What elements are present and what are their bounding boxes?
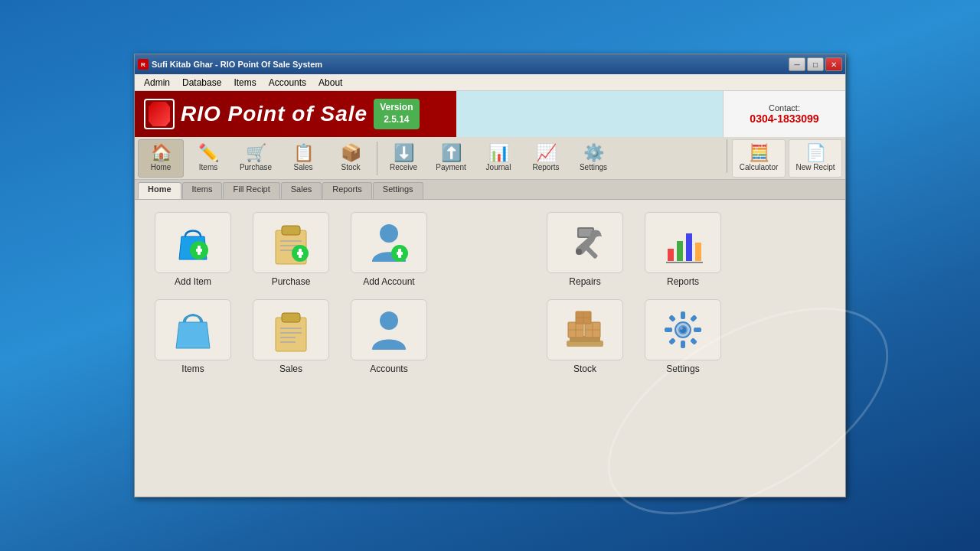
stock-cell[interactable]: Stock	[539, 296, 631, 377]
svg-rect-2	[198, 246, 201, 255]
add-account-cell[interactable]: Add Account	[343, 209, 435, 290]
svg-rect-25	[282, 313, 300, 322]
accounts-label: Accounts	[370, 364, 407, 374]
title-bar-text: R Sufi Kitab Ghar - RIO Point Of Sale Sy…	[138, 59, 322, 70]
icon-row-1: Add Item	[147, 209, 833, 290]
reports-icon: 📈	[536, 145, 557, 161]
window-controls: ─ □ ✕	[789, 57, 842, 71]
tab-settings[interactable]: Settings	[373, 182, 423, 199]
add-item-icon	[170, 220, 216, 266]
tab-sales[interactable]: Sales	[281, 182, 322, 199]
title-bar: R Sufi Kitab Ghar - RIO Point Of Sale Sy…	[135, 54, 845, 74]
accounts-icon-box	[351, 299, 427, 360]
menu-about[interactable]: About	[312, 76, 348, 90]
accounts-cell[interactable]: Accounts	[343, 296, 435, 377]
settings-cell[interactable]: Settings	[637, 296, 729, 377]
repairs-cell[interactable]: Repairs	[539, 209, 631, 290]
svg-point-11	[380, 224, 398, 243]
settings-gear-icon	[660, 307, 706, 353]
add-account-label: Add Account	[363, 276, 414, 287]
tab-items[interactable]: Items	[182, 182, 223, 199]
toolbar-new-receipt-button[interactable]: 📄 New Recipt	[789, 139, 842, 178]
repairs-icon	[562, 220, 608, 266]
items-cell[interactable]: Items	[147, 296, 239, 377]
toolbar-calculator-button[interactable]: 🧮 Calculaotor	[732, 139, 786, 178]
toolbar: 🏠 Home ✏️ Items 🛒 Purchase 📋 Sales 📦 Sto…	[135, 137, 845, 180]
svg-point-53	[680, 327, 683, 330]
reports-label: Reports	[667, 276, 699, 287]
svg-rect-51	[690, 337, 697, 345]
purchase-icon-box	[253, 212, 329, 273]
repairs-icon-box	[547, 212, 623, 273]
close-button[interactable]: ✕	[825, 57, 842, 71]
main-content: Add Item	[135, 200, 845, 497]
svg-point-30	[380, 311, 398, 330]
logo-icon-inner	[149, 102, 170, 126]
svg-rect-21	[686, 233, 692, 261]
settings-icon: ⚙️	[583, 145, 604, 161]
stock-icon-box	[547, 299, 623, 360]
toolbar-separator-2	[727, 139, 727, 173]
toolbar-home-button[interactable]: 🏠 Home	[138, 139, 184, 178]
tab-fill-recipt[interactable]: Fill Recipt	[223, 182, 279, 199]
maximize-button[interactable]: □	[807, 57, 824, 71]
svg-rect-22	[695, 243, 701, 261]
purchase-icon	[268, 220, 314, 266]
menu-items[interactable]: Items	[227, 76, 262, 90]
menu-bar: Admin Database Items Accounts About	[135, 74, 845, 91]
contact-box: Contact: 0304-1833099	[723, 91, 845, 137]
toolbar-new-receipt-label: New Recipt	[795, 163, 835, 171]
svg-rect-44	[681, 311, 685, 319]
toolbar-items-button[interactable]: ✏️ Items	[185, 139, 231, 178]
logo-icon	[144, 99, 175, 129]
header-spacer	[456, 91, 723, 137]
minimize-button[interactable]: ─	[789, 57, 805, 71]
toolbar-receive-label: Receive	[390, 163, 417, 171]
items-icon-box	[155, 299, 231, 360]
calculator-icon: 🧮	[749, 145, 769, 161]
reports-icon	[660, 220, 706, 266]
add-item-icon-box	[155, 212, 231, 273]
toolbar-stock-button[interactable]: 📦 Stock	[328, 139, 374, 178]
sales-icon	[268, 307, 314, 353]
add-account-icon-box	[351, 212, 427, 273]
menu-admin[interactable]: Admin	[138, 76, 176, 90]
version-badge: Version 2.5.14	[374, 99, 419, 129]
purchase-label: Purchase	[272, 276, 311, 287]
menu-database[interactable]: Database	[176, 76, 227, 90]
toolbar-reports-button[interactable]: 📈 Reports	[523, 139, 569, 178]
sales-cell[interactable]: Sales	[245, 296, 337, 377]
add-item-cell[interactable]: Add Item	[147, 209, 239, 290]
toolbar-journal-button[interactable]: 📊 Journal	[475, 139, 521, 178]
tab-reports[interactable]: Reports	[322, 182, 372, 199]
app-icon: R	[138, 59, 149, 70]
toolbar-settings-label: Settings	[580, 163, 607, 171]
svg-rect-24	[276, 318, 306, 351]
toolbar-right: 🧮 Calculaotor 📄 New Recipt	[725, 139, 842, 178]
toolbar-items-label: Items	[199, 163, 217, 171]
reports-cell[interactable]: Reports	[637, 209, 729, 290]
toolbar-purchase-label: Purchase	[240, 163, 272, 171]
reports-icon-box	[645, 212, 721, 273]
toolbar-purchase-button[interactable]: 🛒 Purchase	[233, 139, 279, 178]
toolbar-payment-button[interactable]: ⬆️ Payment	[428, 139, 474, 178]
tab-home[interactable]: Home	[138, 182, 181, 199]
items-icon: ✏️	[198, 145, 219, 161]
svg-rect-20	[677, 241, 683, 261]
logo-text: RIO Point of Sale	[181, 102, 368, 126]
svg-rect-19	[668, 249, 674, 261]
add-account-icon	[366, 220, 412, 266]
toolbar-settings-button[interactable]: ⚙️ Settings	[570, 139, 616, 178]
toolbar-separator-1	[377, 142, 377, 175]
contact-number: 0304-1833099	[750, 112, 818, 125]
purchase-cell[interactable]: Purchase	[245, 209, 337, 290]
sales-label: Sales	[279, 364, 302, 374]
new-receipt-icon: 📄	[805, 145, 826, 161]
toolbar-sales-button[interactable]: 📋 Sales	[280, 139, 326, 178]
toolbar-receive-button[interactable]: ⬇️ Receive	[381, 139, 426, 178]
toolbar-sales-label: Sales	[293, 163, 312, 171]
svg-rect-50	[668, 337, 676, 345]
svg-rect-48	[668, 315, 676, 322]
menu-accounts[interactable]: Accounts	[263, 76, 312, 90]
accounts-icon	[366, 307, 412, 353]
